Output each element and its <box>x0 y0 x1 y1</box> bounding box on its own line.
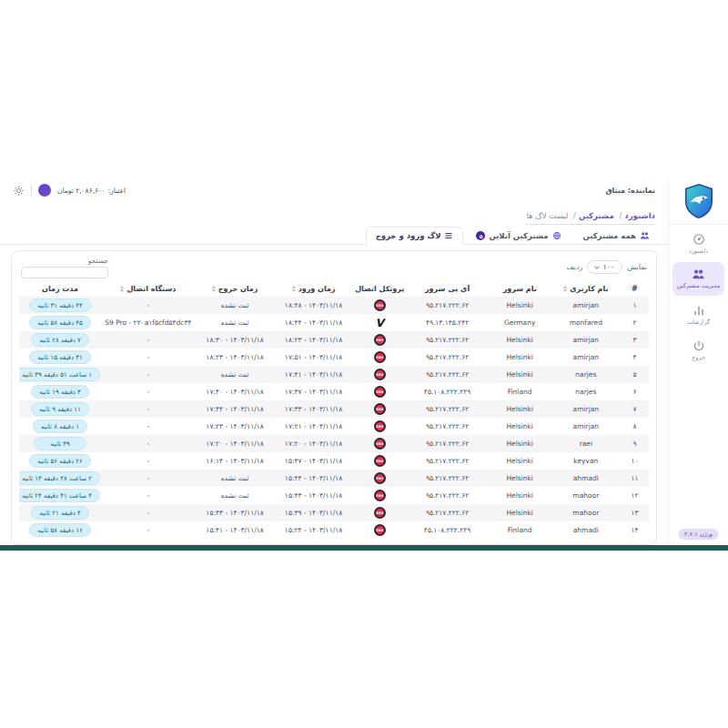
cell-username: amirjan <box>551 400 621 418</box>
logs-table: #نام کاربرینام سرورآی پی سرورپروتکل اتصا… <box>19 282 649 539</box>
duration-badge: ۱۱ دقیقه ۹ ثانیه <box>31 402 89 416</box>
cell-server-ip: ۹۵.۲۱۷.۲۲۲.۶۲ <box>407 435 489 452</box>
duration-badge: ۷ دقیقه ۲۸ ثانیه <box>31 333 89 347</box>
cell-server-name: Helsinki <box>489 418 551 435</box>
online-count-badge: ۵ <box>476 231 485 240</box>
cell-row-number: ۲ <box>621 314 649 331</box>
ssh-protocol-icon: SSH <box>374 386 386 398</box>
page-size-select[interactable]: ۱۰۰ <box>587 260 622 274</box>
cell-row-number: ۱۲ <box>621 487 649 504</box>
log-table-header-row: #نام کاربرینام سرورآی پی سرورپروتکل اتصا… <box>19 282 649 297</box>
sidebar-nav: داشبورد مدیریت مشترکین <box>669 227 728 367</box>
column-header[interactable]: دستگاه اتصال <box>101 282 196 297</box>
tab-label: همه مشترکین <box>583 231 636 240</box>
cell-protocol: V <box>353 314 407 331</box>
cell-server-name: Helsinki <box>489 349 551 366</box>
cell-username: amirjan <box>551 418 621 435</box>
tab-login-logs[interactable]: لاگ ورود و خروج <box>366 227 464 245</box>
sidebar-item-logout[interactable]: خروج <box>672 333 724 367</box>
cell-device: - <box>101 418 196 435</box>
log-row: ۱۲mahoorHelsinki۹۵.۲۱۷.۲۲۲.۶۲SSH۱۵:۴۳ - … <box>19 487 649 504</box>
logout-icon <box>693 339 705 352</box>
duration-badge: ۴ ساعت ۴۱ دقیقه ۲۴ ثانیه <box>19 489 100 502</box>
search-label: جستجو <box>88 257 108 265</box>
cell-duration: ۱۶ دقیقه ۵۸ ثانیه <box>19 521 101 539</box>
cell-protocol: SSH <box>353 504 407 521</box>
cell-username: narjes <box>551 366 621 383</box>
cell-login-time: ۱۷:۵۱ - ۱۴۰۳/۱۱/۱۸ <box>274 349 353 366</box>
column-header: مدت زمان <box>19 282 101 297</box>
cell-server-name: Helsinki <box>489 435 551 452</box>
log-row: ۱۳mahoorHelsinki۹۵.۲۱۷.۲۲۲.۶۲SSH۱۵:۳۹ - … <box>19 504 649 521</box>
ssh-protocol-icon: SSH <box>374 351 386 363</box>
log-row: ۴amirjanHelsinki۹۵.۲۱۷.۲۲۲.۶۲SSH۱۷:۵۱ - … <box>19 349 649 366</box>
cell-username: monfared <box>551 314 621 331</box>
sidebar-item-subscribers[interactable]: مدیریت مشترکین <box>672 262 724 296</box>
ssh-protocol-icon: SSH <box>374 455 386 467</box>
log-row: ۵narjesHelsinki۹۵.۲۱۷.۲۲۲.۶۲SSH۱۷:۴۱ - ۱… <box>19 366 649 383</box>
sort-icon[interactable] <box>212 286 216 292</box>
column-header[interactable]: زمان ورود <box>274 282 353 297</box>
tab-label: مشترکین آنلاین <box>489 231 548 240</box>
cell-server-name: Helsinki <box>489 400 551 418</box>
users-icon <box>692 268 705 280</box>
breadcrumb-dashboard[interactable]: داشبورد <box>624 211 655 220</box>
cell-device: - <box>101 297 196 314</box>
credit-amount: اعتبار: ۲,۰۸۶,۶۰۰ تومان <box>57 187 126 195</box>
duration-badge: ۳ دقیقه ۱۹ ثانیه <box>31 385 89 399</box>
log-row: ۹raeiHelsinki۹۵.۲۱۷.۲۲۲.۶۲SSH۱۷:۲۰ - ۱۴۰… <box>19 435 649 452</box>
cell-duration: ۲ ساعت ۴۸ دقیقه ۱۳ ثانیه <box>19 470 101 487</box>
gear-icon[interactable] <box>13 185 25 197</box>
topbar: نماینده: میثاق اعتبار: ۲,۰۸۶,۶۰۰ تومان <box>0 177 668 203</box>
cell-login-time: ۱۵:۴۳ - ۱۴۰۳/۱۱/۱۸ <box>274 487 353 504</box>
cell-device: - <box>101 366 196 383</box>
cell-server-name: Helsinki <box>489 452 551 470</box>
cell-duration: ۴۵ دقیقه ۵۸ ثانیه <box>19 314 101 331</box>
duration-badge: ۱۶ دقیقه ۵۸ ثانیه <box>29 523 91 537</box>
cell-login-time: ۱۸:۴۸ - ۱۴۰۳/۱۱/۱۸ <box>274 297 353 314</box>
cell-server-name: Germany <box>489 314 551 331</box>
globe-icon <box>552 231 561 240</box>
search-input[interactable] <box>21 267 108 278</box>
list-icon <box>444 231 453 240</box>
cell-protocol: SSH <box>353 418 407 435</box>
breadcrumb-separator: / <box>573 211 576 220</box>
tab-online-subscribers[interactable]: مشترکین آنلاین ۵ <box>467 228 570 244</box>
cell-logout-time: ۱۸:۲۳ - ۱۴۰۳/۱۱/۱۸ <box>196 349 275 366</box>
cell-row-number: ۸ <box>621 418 649 435</box>
column-header: پروتکل اتصال <box>353 282 407 297</box>
log-row: ۶narjesFinland۴۵.۱۰۸.۲۲۲.۲۲۹SSH۱۷:۳۷ - ۱… <box>19 383 649 400</box>
column-header[interactable]: زمان خروج <box>196 282 275 297</box>
cell-login-time: ۱۵:۴۴ - ۱۴۰۳/۱۱/۱۸ <box>274 470 353 487</box>
sort-icon[interactable] <box>563 286 567 292</box>
cell-device: - <box>101 331 196 349</box>
column-header[interactable]: نام کاربری <box>551 282 621 297</box>
cell-server-name: Helsinki <box>489 504 551 521</box>
cell-username: amirjan <box>551 331 621 349</box>
cell-duration: ۳۱ دقیقه ۱۵ ثانیه <box>19 349 101 366</box>
app-logo <box>669 177 728 225</box>
cell-protocol: SSH <box>353 297 407 314</box>
cell-server-name: Helsinki <box>489 366 551 383</box>
cell-login-time: ۱۸:۲۳ - ۱۴۰۳/۱۱/۱۸ <box>274 331 353 349</box>
cell-device: - <box>101 400 196 418</box>
reports-icon <box>693 304 705 317</box>
cell-row-number: ۵ <box>621 366 649 383</box>
log-row: ۱amirjanHelsinki۹۵.۲۱۷.۲۲۲.۶۲SSH۱۸:۴۸ - … <box>19 297 649 314</box>
cell-logout-time: ۱۶:۱۴ - ۱۴۰۳/۱۱/۱۸ <box>196 452 275 470</box>
duration-badge: ۴۵ دقیقه ۵۸ ثانیه <box>29 316 91 329</box>
tab-all-subscribers[interactable]: همه مشترکین <box>574 228 659 244</box>
sidebar-item-dashboard[interactable]: داشبورد <box>672 227 724 260</box>
sidebar-item-label: گزارشات <box>687 318 710 326</box>
cell-duration: ۴ ساعت ۴۱ دقیقه ۲۴ ثانیه <box>19 487 101 504</box>
cell-username: ahmadi <box>551 521 621 539</box>
cell-username: raei <box>551 435 621 452</box>
duration-badge: ۴ دقیقه ۲۱ ثانیه <box>31 506 89 520</box>
log-row: ۷amirjanHelsinki۹۵.۲۱۷.۲۲۲.۶۲SSH۱۷:۳۳ - … <box>19 400 649 418</box>
sort-icon[interactable] <box>120 286 124 292</box>
ssh-protocol-icon: SSH <box>374 299 386 311</box>
avatar[interactable] <box>38 184 51 197</box>
sidebar-item-reports[interactable]: گزارشات <box>672 298 724 331</box>
breadcrumb-subscribers[interactable]: مشترکین <box>579 211 614 220</box>
sort-icon[interactable] <box>292 286 296 292</box>
